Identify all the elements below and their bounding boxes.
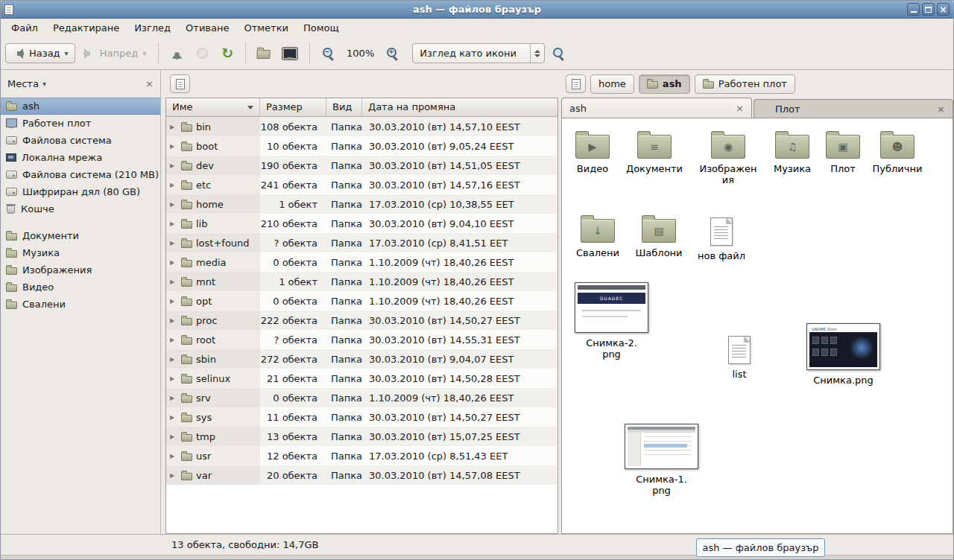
expander-icon[interactable]: ▶: [170, 298, 177, 305]
tab-close-icon[interactable]: ×: [937, 104, 945, 114]
table-row[interactable]: ▶media0 обектаПапка1.10.2009 (чт) 18,40,…: [166, 252, 557, 272]
icon-view[interactable]: ▶ Видео ≡ Документи ◉ Изображения ♫ Музи…: [561, 118, 953, 534]
expander-icon[interactable]: ▶: [170, 433, 177, 440]
menu-bookmarks[interactable]: Отметки: [236, 20, 295, 36]
icon-item-public[interactable]: ☻ Публични: [868, 130, 927, 174]
expander-icon[interactable]: ▶: [170, 337, 177, 343]
sidebar-item-network[interactable]: Локална мрежа: [1, 149, 160, 166]
expander-icon[interactable]: ▶: [170, 279, 177, 285]
table-row[interactable]: ▶selinux21 обектаПапка30.03.2010 (вт) 14…: [166, 369, 557, 388]
icon-item-templates[interactable]: ▤ Шаблони: [629, 214, 689, 258]
sidebar-item-filesystem-210[interactable]: Файлова система (210 MB): [1, 166, 160, 183]
table-row[interactable]: ▶sys11 обектаПапка30.03.2010 (вт) 14,50,…: [166, 407, 557, 427]
home-button[interactable]: [252, 45, 275, 62]
up-button[interactable]: [165, 45, 189, 63]
menu-view[interactable]: Изглед: [127, 20, 178, 36]
expander-icon[interactable]: ▶: [170, 395, 177, 401]
menu-edit[interactable]: Редактиране: [45, 20, 127, 36]
sidebar-item-music[interactable]: Музика: [1, 244, 160, 261]
close-button[interactable]: ×: [937, 3, 950, 16]
table-row[interactable]: ▶bin108 обектаПапка30.03.2010 (вт) 14,57…: [166, 117, 557, 136]
sidebar-item-encrypted[interactable]: Шифриран дял (80 GB): [1, 183, 160, 200]
table-row[interactable]: ▶lib210 обектаПапка30.03.2010 (вт) 9,04,…: [166, 214, 557, 233]
view-mode-select[interactable]: Изглед като икони: [412, 43, 545, 63]
reload-button[interactable]: ↻: [215, 42, 239, 64]
expander-icon[interactable]: ▶: [170, 124, 177, 130]
expander-icon[interactable]: ▶: [170, 182, 177, 188]
icon-item-new-file[interactable]: нов файл: [692, 216, 751, 261]
search-button[interactable]: [546, 43, 571, 63]
back-history-chevron-icon[interactable]: ▾: [65, 50, 69, 57]
minimize-button[interactable]: [907, 3, 920, 16]
expander-icon[interactable]: ▶: [170, 201, 177, 208]
maximize-button[interactable]: [922, 3, 935, 16]
table-row[interactable]: ▶proc222 обектаПапка30.03.2010 (вт) 14,5…: [166, 311, 557, 330]
tab-close-icon[interactable]: ×: [736, 104, 744, 113]
zoom-out-button[interactable]: −: [316, 43, 341, 63]
path-button-home[interactable]: home: [590, 74, 634, 94]
table-row[interactable]: ▶etc241 обектаПапка30.03.2010 (вт) 14,57…: [166, 175, 557, 194]
icon-item-downloads[interactable]: ↓ Свалени: [568, 214, 628, 258]
icon-item-desktop[interactable]: ▣ Плот: [813, 130, 873, 174]
column-header-type[interactable]: Вид: [326, 98, 362, 117]
tab-ash[interactable]: ash×: [561, 98, 752, 118]
sidebar-item-filesystem[interactable]: Файлова система: [1, 132, 160, 149]
expander-icon[interactable]: ▶: [170, 472, 177, 479]
table-row[interactable]: ▶tmp13 обектаПапка30.03.2010 (вт) 15,07,…: [166, 427, 557, 446]
pane-location-button[interactable]: [170, 74, 190, 93]
expander-icon[interactable]: ▶: [170, 375, 177, 382]
expander-icon[interactable]: ▶: [170, 259, 177, 266]
icon-item-video[interactable]: ▶ Видео: [563, 130, 622, 174]
column-header-date[interactable]: Дата на промяна: [362, 98, 557, 117]
back-button[interactable]: Назад ▾: [5, 43, 75, 63]
icon-item-images[interactable]: ◉ Изображения: [698, 130, 758, 186]
computer-button[interactable]: [277, 44, 303, 63]
sidebar-close-button[interactable]: ×: [145, 79, 154, 89]
titlebar[interactable]: ash — файлов браузър ×: [1, 1, 953, 19]
icon-item-snimka[interactable]: GNOME Store Снимк: [804, 323, 882, 386]
expander-icon[interactable]: ▶: [170, 240, 177, 246]
sidebar-item-trash[interactable]: Кошче: [1, 200, 160, 217]
table-row[interactable]: ▶boot10 обектаПапка30.03.2010 (вт) 9,05,…: [166, 136, 557, 156]
table-row[interactable]: ▶opt0 обектаПапка1.10.2009 (чт) 18,40,26…: [166, 291, 557, 311]
forward-button[interactable]: Напред ▾: [77, 44, 153, 63]
sidebar-item-pictures[interactable]: Изображения: [1, 261, 160, 279]
menu-go[interactable]: Отиване: [178, 20, 236, 36]
menu-file[interactable]: Файл: [4, 20, 45, 36]
stop-button[interactable]: [191, 44, 214, 63]
table-row[interactable]: ▶dev190 обектаПапка30.03.2010 (вт) 14,51…: [166, 156, 557, 175]
places-label[interactable]: Места: [7, 78, 39, 89]
expander-icon[interactable]: ▶: [170, 356, 177, 363]
table-row[interactable]: ▶usr12 обектаПапка17.03.2010 (ср) 8,51,4…: [166, 446, 557, 465]
zoom-in-button[interactable]: +: [380, 43, 405, 63]
table-row[interactable]: ▶sbin272 обектаПапка30.03.2010 (вт) 9,04…: [166, 349, 557, 369]
expander-icon[interactable]: ▶: [170, 414, 177, 421]
icon-item-documents[interactable]: ≡ Документи: [625, 130, 684, 174]
expander-icon[interactable]: ▶: [170, 143, 177, 150]
path-button-ash[interactable]: ash: [639, 74, 690, 94]
sidebar-item-ash[interactable]: ash: [1, 98, 160, 115]
icon-item-list[interactable]: list: [710, 334, 769, 380]
tab-plot[interactable]: Плот×: [754, 99, 953, 118]
table-row[interactable]: ▶srv0 обектаПапка1.10.2009 (чт) 18,40,26…: [166, 388, 557, 407]
column-header-size[interactable]: Размер: [260, 98, 326, 117]
expander-icon[interactable]: ▶: [170, 220, 177, 227]
table-row[interactable]: ▶mnt1 обектПапка1.10.2009 (чт) 18,40,26 …: [166, 272, 557, 291]
table-row[interactable]: ▶home1 обектПапка17.03.2010 (ср) 10,38,5…: [166, 194, 557, 214]
sidebar-item-desktop[interactable]: Работен плот: [1, 115, 160, 132]
expander-icon[interactable]: ▶: [170, 453, 177, 459]
menu-help[interactable]: Помощ: [296, 20, 347, 36]
taskbar-window-button[interactable]: ash — файлов браузър: [696, 538, 825, 557]
column-header-name[interactable]: Име: [166, 98, 260, 117]
sidebar-item-downloads[interactable]: Свалени: [1, 296, 160, 313]
table-row[interactable]: ▶var20 обектаПапка30.03.2010 (вт) 14,57,…: [166, 465, 557, 485]
expander-icon[interactable]: ▶: [170, 317, 177, 324]
places-chevron-icon[interactable]: ▾: [42, 80, 46, 88]
path-button-desktop[interactable]: Работен плот: [695, 74, 795, 94]
icon-item-snimka1[interactable]: Снимка-1.png: [622, 424, 701, 497]
expander-icon[interactable]: ▶: [170, 162, 177, 169]
table-row[interactable]: ▶root? обектаПапка30.03.2010 (вт) 14,55,…: [166, 330, 557, 349]
pane-location-button[interactable]: [566, 74, 586, 93]
sidebar-item-videos[interactable]: Видео: [1, 279, 160, 296]
sidebar-item-documents[interactable]: Документи: [1, 227, 160, 244]
